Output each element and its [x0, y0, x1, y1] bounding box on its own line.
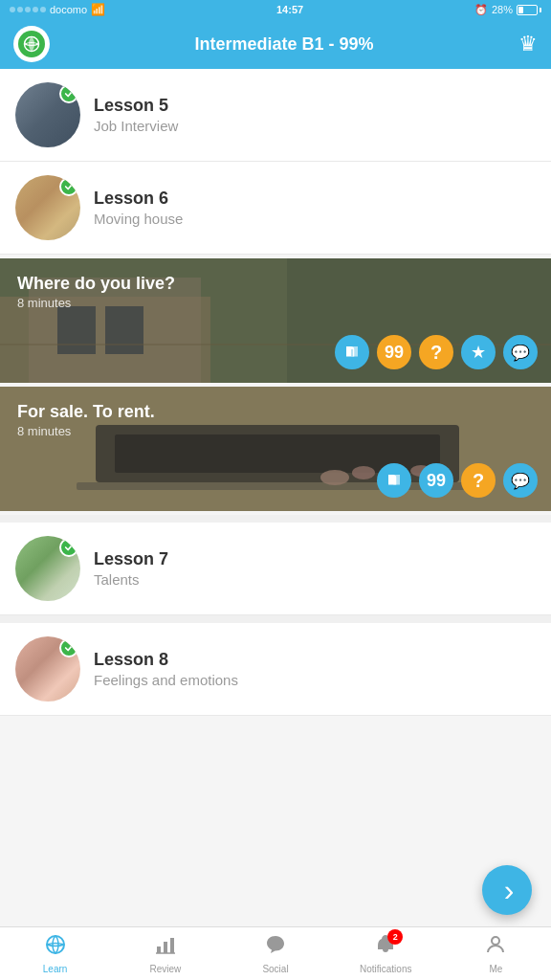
- checkmark-icon: [64, 89, 74, 99]
- svg-rect-18: [164, 942, 167, 953]
- activity-icon-question1[interactable]: ?: [419, 335, 453, 369]
- separator-1: [0, 515, 551, 523]
- svg-rect-19: [170, 938, 174, 953]
- lesson-7-info: Lesson 7 Talents: [94, 549, 168, 588]
- lesson-6-thumb: [15, 175, 80, 240]
- battery-percent: 28%: [492, 4, 513, 15]
- nav-icon-review: [154, 933, 177, 962]
- svg-rect-17: [157, 947, 161, 953]
- battery-tip: [540, 8, 541, 12]
- lesson-8-info: Lesson 8 Feelings and emotions: [94, 650, 238, 688]
- lesson-row-5[interactable]: Lesson 5 Job Interview: [0, 69, 551, 162]
- lesson-5-title: Lesson 5: [94, 96, 178, 116]
- nav-item-learn[interactable]: Learn: [0, 927, 110, 980]
- alarm-icon: ⏰: [474, 4, 488, 16]
- activity-1-time: 8 minutes: [17, 296, 534, 310]
- activity-card-1[interactable]: Where do you live? 8 minutes 99 ? ★ 💬: [0, 258, 551, 383]
- signal-dot-5: [40, 7, 46, 12]
- app-logo-inner: [18, 31, 45, 57]
- lesson-8-title: Lesson 8: [94, 650, 238, 670]
- crown-icon[interactable]: ♛: [518, 32, 538, 56]
- carrier-label: docomo: [50, 4, 87, 15]
- nav-label-notifications: Notifications: [360, 964, 411, 974]
- chart-icon: [154, 933, 177, 956]
- lesson-7-thumb: [15, 536, 80, 601]
- activity-icon-chat2[interactable]: 💬: [503, 463, 538, 498]
- lesson-6-info: Lesson 6 Moving house: [94, 189, 183, 227]
- nav-item-me[interactable]: Me: [441, 927, 551, 980]
- header-title: Intermediate B1 - 99%: [194, 34, 373, 55]
- lesson-7-title: Lesson 7: [94, 549, 168, 569]
- lesson-8-check: [59, 638, 78, 657]
- lesson-6-check: [59, 177, 78, 196]
- app-logo[interactable]: [13, 26, 50, 62]
- signal-dot-4: [33, 7, 38, 12]
- nav-item-social[interactable]: Social: [220, 927, 330, 980]
- social-icon: [264, 933, 287, 956]
- activity-2-time: 8 minutes: [17, 424, 534, 438]
- notification-badge: 2: [387, 929, 403, 945]
- content-area: Lesson 5 Job Interview Lesson 6 Moving h…: [0, 69, 551, 926]
- lesson-row-7[interactable]: Lesson 7 Talents: [0, 523, 551, 615]
- activity-icon-question2[interactable]: ?: [461, 463, 496, 498]
- bell-wrap: 2: [374, 933, 397, 962]
- battery-bar: [517, 5, 541, 15]
- lesson-7-check: [59, 538, 78, 557]
- book-icon: [343, 344, 361, 361]
- nav-icon-me: [484, 933, 507, 962]
- activity-2-icons: 99 ? 💬: [377, 463, 538, 498]
- separator-2: [0, 615, 551, 623]
- book-icon-2: [386, 472, 403, 489]
- activity-2-title: For sale. To rent.: [17, 402, 534, 422]
- globe-icon: [44, 933, 67, 956]
- lesson-row-8[interactable]: Lesson 8 Feelings and emotions: [0, 623, 551, 716]
- lesson-5-subtitle: Job Interview: [94, 118, 178, 134]
- status-bar: docomo 📶 14:57 ⏰ 28%: [0, 0, 551, 19]
- activity-icon-star1[interactable]: ★: [461, 335, 496, 369]
- signal-dot-3: [25, 7, 31, 12]
- activity-card-2[interactable]: For sale. To rent. 8 minutes 99 ? 💬: [0, 387, 551, 511]
- app-header: Intermediate B1 - 99% ♛: [0, 19, 551, 69]
- nav-icon-learn: [44, 933, 67, 962]
- checkmark-icon: [64, 543, 74, 552]
- lesson-row-6[interactable]: Lesson 6 Moving house: [0, 162, 551, 255]
- status-right: ⏰ 28%: [474, 4, 541, 16]
- lesson-8-subtitle: Feelings and emotions: [94, 672, 238, 688]
- nav-icon-notifications: 2: [374, 933, 397, 962]
- signal-dot-2: [17, 7, 23, 12]
- checkmark-icon: [64, 182, 74, 191]
- nav-label-me: Me: [489, 964, 502, 974]
- lesson-7-subtitle: Talents: [94, 571, 168, 588]
- wifi-icon: 📶: [91, 3, 105, 16]
- lesson-6-subtitle: Moving house: [94, 211, 183, 227]
- fab-button[interactable]: ›: [482, 865, 532, 915]
- lesson-8-thumb: [15, 636, 80, 702]
- lesson-5-thumb: [15, 82, 80, 147]
- activity-icon-quotes2[interactable]: 99: [419, 463, 453, 498]
- activity-1-title: Where do you live?: [17, 274, 534, 294]
- checkmark-icon: [64, 643, 74, 653]
- bottom-nav: Learn Review Social: [0, 926, 551, 980]
- logo-icon: [23, 35, 40, 53]
- signal-dot-1: [10, 7, 15, 12]
- status-left: docomo 📶: [10, 3, 105, 16]
- nav-icon-social: [264, 933, 287, 962]
- profile-icon: [484, 933, 507, 956]
- nav-item-notifications[interactable]: 2 Notifications: [331, 927, 441, 980]
- activity-1-icons: 99 ? ★ 💬: [335, 335, 538, 369]
- signal-dots: [10, 7, 46, 12]
- status-time: 14:57: [276, 4, 303, 15]
- lesson-6-title: Lesson 6: [94, 189, 183, 209]
- activity-icon-chat1[interactable]: 💬: [503, 335, 538, 369]
- activity-icon-book[interactable]: [335, 335, 369, 369]
- lesson-5-info: Lesson 5 Job Interview: [94, 96, 178, 134]
- activity-icon-quotes1[interactable]: 99: [377, 335, 411, 369]
- svg-point-21: [492, 937, 499, 945]
- battery-fill: [518, 7, 523, 13]
- nav-label-social: Social: [262, 964, 288, 974]
- nav-item-review[interactable]: Review: [110, 927, 220, 980]
- battery-outline: [517, 5, 538, 15]
- activity-icon-book2[interactable]: [377, 463, 411, 498]
- lesson-5-check: [59, 84, 78, 103]
- nav-label-review: Review: [149, 964, 181, 974]
